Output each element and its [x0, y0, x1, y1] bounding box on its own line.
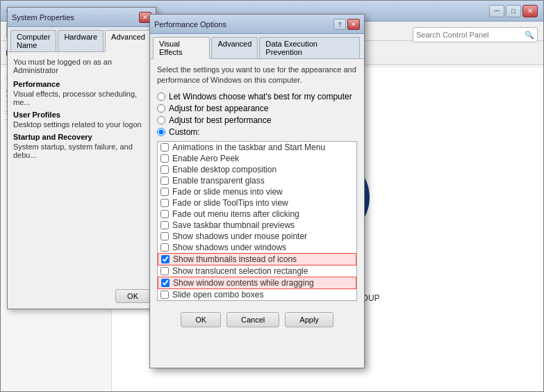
user-profiles-section-title: User Profiles: [13, 111, 150, 119]
user-profiles-section-desc: Desktop settings related to your logon: [13, 120, 150, 129]
perf-tab-dep[interactable]: Data Execution Prevention: [259, 37, 360, 58]
effect-checkbox-9[interactable]: [160, 243, 169, 252]
effect-label-3: Enable transparent glass: [172, 176, 265, 186]
effect-checkbox-6[interactable]: [160, 210, 169, 218]
tab-advanced[interactable]: Advanced: [105, 30, 151, 52]
effect-checkbox-4[interactable]: [160, 188, 169, 196]
effect-label-11: Show translucent selection rectangle: [172, 266, 308, 276]
effect-item-10: Show thumbnails instead of icons: [158, 253, 356, 266]
sys-props-tabs: Computer Name Hardware Advanced: [8, 27, 156, 52]
perf-close-btn[interactable]: ✕: [347, 19, 360, 30]
cp-close-btn[interactable]: ✕: [522, 5, 538, 17]
effect-checkbox-7[interactable]: [160, 221, 169, 229]
effect-item-6: Fade out menu items after clicking: [158, 209, 356, 220]
effect-item-0: Animations in the taskbar and Start Menu: [158, 142, 356, 153]
effect-item-4: Fade or slide menus into view: [158, 186, 356, 197]
radio-item-windows-choose: Let Windows choose what's best for my co…: [157, 92, 357, 101]
visual-effects-radio-group: Let Windows choose what's best for my co…: [157, 92, 357, 137]
effect-label-13: Slide open combo boxes: [172, 290, 263, 300]
perf-tab-advanced[interactable]: Advanced: [211, 37, 258, 58]
perf-win-controls: ? ✕: [333, 19, 360, 30]
performance-section-title: Performance: [13, 80, 150, 88]
effect-label-1: Enable Aero Peek: [172, 154, 239, 163]
search-icon: 🔍: [525, 31, 534, 40]
perf-dialog-title: Performance Options: [154, 20, 333, 28]
effect-checkbox-8[interactable]: [160, 232, 169, 240]
effect-item-13: Slide open combo boxes: [158, 289, 356, 300]
startup-section-desc: System startup, system failure, and debu…: [13, 142, 150, 159]
radio-label-custom: Custom:: [169, 127, 200, 137]
radio-windows-choose[interactable]: [157, 92, 165, 101]
effect-checkbox-11[interactable]: [160, 267, 169, 275]
cp-maximize-btn[interactable]: □: [506, 5, 521, 17]
effect-item-2: Enable desktop composition: [158, 164, 356, 175]
effect-item-9: Show shadows under windows: [158, 242, 356, 253]
perf-tabs-bar: Visual Effects Advanced Data Execution P…: [150, 34, 364, 59]
perf-content: Select the settings you want to use for …: [150, 59, 364, 307]
effect-label-9: Show shadows under windows: [172, 243, 286, 252]
effect-label-12: Show window contents while dragging: [173, 278, 314, 288]
effect-label-8: Show shadows under mouse pointer: [172, 231, 307, 241]
effect-item-5: Fade or slide ToolTips into view: [158, 197, 356, 209]
performance-options-dialog: Performance Options ? ✕ Visual Effects A…: [149, 14, 365, 368]
effect-label-5: Fade or slide ToolTips into view: [172, 198, 288, 208]
radio-best-appearance[interactable]: [157, 104, 165, 113]
effect-label-6: Fade out menu items after clicking: [172, 209, 299, 219]
effect-checkbox-1[interactable]: [160, 154, 169, 163]
radio-item-best-performance: Adjust for best performance: [157, 115, 357, 125]
radio-best-performance[interactable]: [157, 116, 165, 124]
perf-cancel-btn[interactable]: Cancel: [226, 312, 279, 327]
perf-help-btn[interactable]: ?: [333, 19, 346, 30]
effect-label-2: Enable desktop composition: [172, 165, 277, 174]
radio-label-best-appearance: Adjust for best appearance: [169, 104, 268, 113]
effect-label-0: Animations in the taskbar and Start Menu: [172, 142, 325, 152]
effect-checkbox-0[interactable]: [160, 143, 169, 152]
effect-checkbox-3[interactable]: [160, 177, 169, 185]
admin-note: You must be logged on as an Administrato…: [13, 58, 150, 74]
effect-checkbox-12[interactable]: [161, 279, 170, 287]
perf-apply-btn[interactable]: Apply: [285, 312, 333, 327]
perf-description: Select the settings you want to use for …: [157, 65, 357, 86]
effect-label-10: Show thumbnails instead of icons: [173, 254, 297, 264]
effect-checkbox-10[interactable]: [161, 255, 170, 263]
cp-win-controls: ─ □ ✕: [489, 5, 538, 17]
effects-list[interactable]: Animations in the taskbar and Start Menu…: [157, 141, 357, 301]
tab-computer-name[interactable]: Computer Name: [10, 30, 56, 51]
radio-custom[interactable]: [157, 128, 165, 136]
sys-props-titlebar: System Properties ✕: [8, 8, 156, 27]
performance-section-desc: Visual effects, processor scheduling, me…: [13, 90, 150, 106]
perf-titlebar: Performance Options ? ✕: [150, 15, 364, 34]
search-input[interactable]: [416, 31, 522, 39]
radio-label-best-performance: Adjust for best performance: [169, 115, 271, 125]
tab-hardware[interactable]: Hardware: [58, 30, 104, 51]
sys-props-ok-btn[interactable]: OK: [115, 289, 150, 303]
sys-props-content: You must be logged on as an Administrato…: [8, 52, 156, 168]
effect-item-8: Show shadows under mouse pointer: [158, 231, 356, 242]
effect-item-14: Smooth edges of screen fonts: [158, 300, 356, 301]
sys-props-title: System Properties: [12, 13, 139, 22]
system-properties-dialog: System Properties ✕ Computer Name Hardwa…: [7, 7, 156, 309]
radio-label-windows-choose: Let Windows choose what's best for my co…: [169, 92, 352, 101]
sys-props-btn-row: OK: [115, 289, 150, 303]
effect-checkbox-2[interactable]: [160, 165, 169, 174]
search-container: 🔍: [413, 27, 538, 42]
radio-item-custom: Custom:: [157, 127, 357, 137]
startup-section-title: Startup and Recovery: [13, 133, 150, 141]
cp-minimize-btn[interactable]: ─: [489, 5, 504, 17]
effect-item-11: Show translucent selection rectangle: [158, 266, 356, 277]
effect-item-7: Save taskbar thumbnail previews: [158, 220, 356, 231]
effect-checkbox-13[interactable]: [160, 291, 169, 299]
effect-label-7: Save taskbar thumbnail previews: [172, 220, 295, 230]
effect-checkbox-5[interactable]: [160, 199, 169, 207]
perf-ok-btn[interactable]: OK: [181, 312, 221, 327]
perf-buttons-row: OK Cancel Apply: [150, 307, 364, 330]
effect-item-1: Enable Aero Peek: [158, 153, 356, 164]
perf-tab-visual[interactable]: Visual Effects: [153, 37, 210, 59]
radio-item-best-appearance: Adjust for best appearance: [157, 104, 357, 113]
effect-item-3: Enable transparent glass: [158, 175, 356, 186]
effect-label-4: Fade or slide menus into view: [172, 187, 283, 197]
effect-item-12: Show window contents while dragging: [158, 277, 356, 289]
